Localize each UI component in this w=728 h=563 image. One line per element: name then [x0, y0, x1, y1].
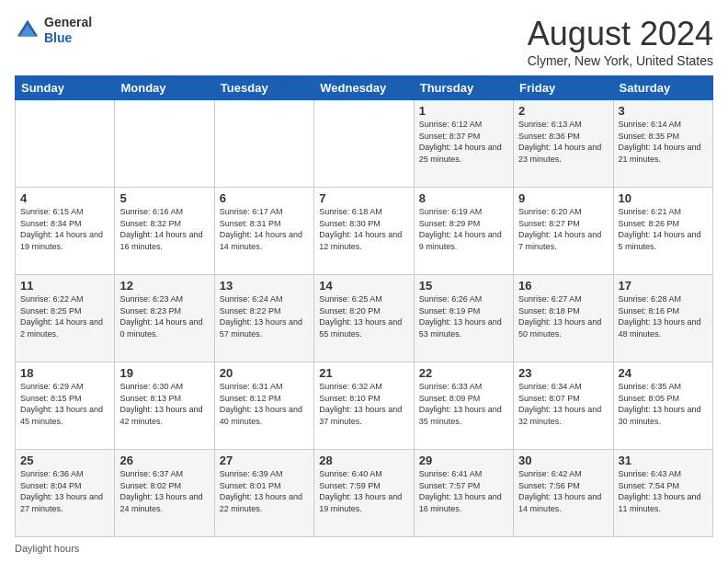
day-number: 24 — [619, 366, 708, 380]
logo: General Blue — [15, 15, 92, 46]
day-number: 22 — [419, 366, 508, 380]
location: Clymer, New York, United States — [528, 53, 713, 68]
calendar-cell: 21Sunrise: 6:32 AM Sunset: 8:10 PM Dayli… — [314, 362, 414, 450]
day-number: 11 — [20, 279, 109, 293]
calendar-cell: 13Sunrise: 6:24 AM Sunset: 8:22 PM Dayli… — [214, 275, 313, 362]
day-info: Sunrise: 6:13 AM Sunset: 8:36 PM Dayligh… — [518, 119, 608, 165]
day-number: 13 — [220, 279, 309, 293]
calendar-cell: 23Sunrise: 6:34 AM Sunset: 8:07 PM Dayli… — [514, 362, 613, 450]
day-info: Sunrise: 6:34 AM Sunset: 8:07 PM Dayligh… — [518, 381, 608, 427]
day-info: Sunrise: 6:35 AM Sunset: 8:05 PM Dayligh… — [619, 381, 708, 427]
calendar-cell: 24Sunrise: 6:35 AM Sunset: 8:05 PM Dayli… — [613, 362, 712, 450]
footer: Daylight hours — [15, 543, 713, 554]
logo-text: General Blue — [44, 15, 92, 46]
day-info: Sunrise: 6:31 AM Sunset: 8:12 PM Dayligh… — [220, 381, 309, 427]
day-info: Sunrise: 6:39 AM Sunset: 8:01 PM Dayligh… — [220, 468, 309, 514]
day-number: 9 — [518, 191, 608, 205]
day-info: Sunrise: 6:20 AM Sunset: 8:27 PM Dayligh… — [518, 206, 608, 252]
calendar-cell: 7Sunrise: 6:18 AM Sunset: 8:30 PM Daylig… — [314, 188, 414, 275]
logo-general: General — [44, 15, 92, 30]
calendar-cell: 1Sunrise: 6:12 AM Sunset: 8:37 PM Daylig… — [414, 100, 513, 188]
calendar-cell: 31Sunrise: 6:43 AM Sunset: 7:54 PM Dayli… — [613, 450, 712, 537]
day-info: Sunrise: 6:19 AM Sunset: 8:29 PM Dayligh… — [419, 206, 508, 252]
calendar-cell: 19Sunrise: 6:30 AM Sunset: 8:13 PM Dayli… — [115, 362, 214, 450]
calendar-cell: 15Sunrise: 6:26 AM Sunset: 8:19 PM Dayli… — [414, 275, 513, 362]
day-info: Sunrise: 6:25 AM Sunset: 8:20 PM Dayligh… — [319, 293, 408, 339]
calendar-cell — [115, 100, 214, 188]
calendar-cell: 11Sunrise: 6:22 AM Sunset: 8:25 PM Dayli… — [16, 275, 115, 362]
day-info: Sunrise: 6:24 AM Sunset: 8:22 PM Dayligh… — [220, 293, 309, 339]
col-header-saturday: Saturday — [613, 76, 712, 100]
col-header-wednesday: Wednesday — [314, 76, 414, 100]
day-number: 8 — [419, 191, 508, 205]
week-row: 4Sunrise: 6:15 AM Sunset: 8:34 PM Daylig… — [16, 188, 713, 275]
logo-blue: Blue — [44, 30, 92, 46]
day-number: 20 — [220, 366, 309, 380]
calendar-cell — [314, 100, 414, 188]
week-row: 18Sunrise: 6:29 AM Sunset: 8:15 PM Dayli… — [16, 362, 713, 450]
day-number: 15 — [419, 279, 508, 293]
day-number: 1 — [419, 104, 508, 118]
calendar-cell: 30Sunrise: 6:42 AM Sunset: 7:56 PM Dayli… — [514, 450, 613, 537]
day-number: 14 — [319, 279, 408, 293]
day-info: Sunrise: 6:27 AM Sunset: 8:18 PM Dayligh… — [518, 293, 608, 339]
day-number: 18 — [20, 366, 109, 380]
day-number: 19 — [119, 366, 209, 380]
day-number: 3 — [619, 104, 708, 118]
day-number: 25 — [20, 454, 109, 467]
calendar-cell: 10Sunrise: 6:21 AM Sunset: 8:26 PM Dayli… — [613, 188, 712, 275]
day-info: Sunrise: 6:18 AM Sunset: 8:30 PM Dayligh… — [319, 206, 408, 252]
logo-icon — [15, 17, 40, 43]
day-info: Sunrise: 6:42 AM Sunset: 7:56 PM Dayligh… — [518, 468, 608, 514]
calendar: SundayMondayTuesdayWednesdayThursdayFrid… — [15, 75, 713, 537]
col-header-friday: Friday — [514, 76, 613, 100]
calendar-cell: 4Sunrise: 6:15 AM Sunset: 8:34 PM Daylig… — [16, 188, 115, 275]
calendar-cell: 8Sunrise: 6:19 AM Sunset: 8:29 PM Daylig… — [414, 188, 513, 275]
day-info: Sunrise: 6:28 AM Sunset: 8:16 PM Dayligh… — [619, 293, 708, 339]
day-info: Sunrise: 6:17 AM Sunset: 8:31 PM Dayligh… — [220, 206, 309, 252]
day-info: Sunrise: 6:37 AM Sunset: 8:02 PM Dayligh… — [119, 468, 209, 514]
calendar-cell: 14Sunrise: 6:25 AM Sunset: 8:20 PM Dayli… — [314, 275, 414, 362]
page: General Blue August 2024 Clymer, New Yor… — [0, 0, 728, 563]
week-row: 1Sunrise: 6:12 AM Sunset: 8:37 PM Daylig… — [16, 100, 713, 188]
day-number: 16 — [518, 279, 608, 293]
day-number: 12 — [119, 279, 209, 293]
calendar-cell: 22Sunrise: 6:33 AM Sunset: 8:09 PM Dayli… — [414, 362, 513, 450]
calendar-cell: 5Sunrise: 6:16 AM Sunset: 8:32 PM Daylig… — [115, 188, 214, 275]
day-number: 2 — [518, 104, 608, 118]
day-number: 28 — [319, 454, 408, 467]
day-info: Sunrise: 6:16 AM Sunset: 8:32 PM Dayligh… — [119, 206, 209, 252]
calendar-cell: 3Sunrise: 6:14 AM Sunset: 8:35 PM Daylig… — [613, 100, 712, 188]
day-info: Sunrise: 6:26 AM Sunset: 8:19 PM Dayligh… — [419, 293, 508, 339]
month-title: August 2024 — [528, 15, 713, 53]
day-info: Sunrise: 6:14 AM Sunset: 8:35 PM Dayligh… — [619, 119, 708, 165]
day-info: Sunrise: 6:23 AM Sunset: 8:23 PM Dayligh… — [119, 293, 209, 339]
day-number: 21 — [319, 366, 408, 380]
day-info: Sunrise: 6:40 AM Sunset: 7:59 PM Dayligh… — [319, 468, 408, 514]
day-number: 7 — [319, 191, 408, 205]
day-info: Sunrise: 6:29 AM Sunset: 8:15 PM Dayligh… — [20, 381, 109, 427]
calendar-cell: 12Sunrise: 6:23 AM Sunset: 8:23 PM Dayli… — [115, 275, 214, 362]
calendar-cell — [16, 100, 115, 188]
day-info: Sunrise: 6:32 AM Sunset: 8:10 PM Dayligh… — [319, 381, 408, 427]
day-number: 5 — [119, 191, 209, 205]
title-block: August 2024 Clymer, New York, United Sta… — [528, 15, 713, 68]
calendar-cell: 9Sunrise: 6:20 AM Sunset: 8:27 PM Daylig… — [514, 188, 613, 275]
day-number: 23 — [518, 366, 608, 380]
day-info: Sunrise: 6:33 AM Sunset: 8:09 PM Dayligh… — [419, 381, 508, 427]
col-header-monday: Monday — [115, 76, 214, 100]
day-number: 10 — [619, 191, 708, 205]
day-number: 30 — [518, 454, 608, 467]
calendar-cell: 16Sunrise: 6:27 AM Sunset: 8:18 PM Dayli… — [514, 275, 613, 362]
day-number: 29 — [419, 454, 508, 467]
calendar-cell: 26Sunrise: 6:37 AM Sunset: 8:02 PM Dayli… — [115, 450, 214, 537]
calendar-cell: 2Sunrise: 6:13 AM Sunset: 8:36 PM Daylig… — [514, 100, 613, 188]
header: General Blue August 2024 Clymer, New Yor… — [15, 15, 713, 68]
calendar-cell: 29Sunrise: 6:41 AM Sunset: 7:57 PM Dayli… — [414, 450, 513, 537]
day-info: Sunrise: 6:41 AM Sunset: 7:57 PM Dayligh… — [419, 468, 508, 514]
col-header-sunday: Sunday — [16, 76, 115, 100]
col-header-tuesday: Tuesday — [214, 76, 313, 100]
day-number: 26 — [119, 454, 209, 467]
day-info: Sunrise: 6:36 AM Sunset: 8:04 PM Dayligh… — [20, 468, 109, 514]
calendar-cell: 28Sunrise: 6:40 AM Sunset: 7:59 PM Dayli… — [314, 450, 414, 537]
